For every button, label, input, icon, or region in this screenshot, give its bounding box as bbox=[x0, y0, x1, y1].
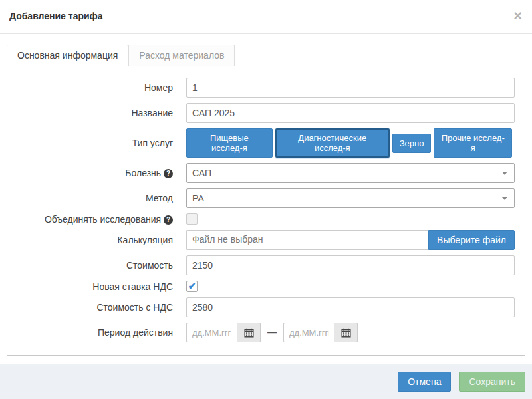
service-type-label: Тип услуг bbox=[17, 138, 186, 148]
tab-bar: Основная информация Расход материалов bbox=[7, 45, 525, 66]
cost-with-vat-label: Стоимость с НДС bbox=[17, 302, 186, 313]
tab-materials-label: Расход материалов bbox=[139, 50, 224, 61]
row-merge-studies: Объединять исследования ? bbox=[17, 213, 515, 225]
check-icon: ✔ bbox=[188, 281, 196, 291]
calculation-file-input: Файл не выбран Выберите файл bbox=[186, 230, 515, 250]
new-vat-checkbox[interactable]: ✔ bbox=[186, 281, 198, 292]
merge-studies-label-text: Объединять исследования bbox=[45, 214, 161, 225]
tab-main-info[interactable]: Основная информация bbox=[7, 45, 128, 66]
method-select[interactable]: РА bbox=[186, 188, 515, 208]
calendar-icon bbox=[341, 328, 351, 338]
modal-footer: Отмена Сохранить bbox=[0, 364, 532, 399]
cost-with-vat-input[interactable] bbox=[186, 297, 515, 317]
cost-input[interactable] bbox=[186, 255, 515, 275]
disease-label: Болезнь ? bbox=[17, 168, 186, 178]
row-calculation: Калькуляция Файл не выбран Выберите файл bbox=[17, 230, 515, 250]
tab-main-info-label: Основная информация bbox=[17, 50, 118, 61]
merge-studies-checkbox[interactable] bbox=[186, 213, 198, 225]
new-vat-label: Новая ставка НДС bbox=[17, 281, 186, 292]
calendar-icon bbox=[244, 328, 254, 338]
method-label: Метод bbox=[17, 193, 186, 203]
service-type-grain-button[interactable]: Зерно bbox=[392, 134, 432, 153]
service-type-other-button[interactable]: Прочие исслед-я bbox=[434, 128, 512, 158]
period-separator: — bbox=[267, 327, 277, 338]
row-cost: Стоимость bbox=[17, 255, 515, 275]
row-cost-with-vat: Стоимость с НДС bbox=[17, 297, 515, 317]
period-to-input[interactable] bbox=[283, 323, 334, 342]
row-service-type: Тип услуг Пищевые исслед-я Диагностическ… bbox=[17, 128, 515, 158]
row-number: Номер bbox=[17, 78, 515, 98]
chevron-down-icon bbox=[502, 197, 507, 200]
tab-materials[interactable]: Расход материалов bbox=[128, 45, 235, 66]
save-button[interactable]: Сохранить bbox=[459, 372, 525, 392]
chevron-down-icon bbox=[502, 172, 507, 175]
row-period: Период действия bbox=[17, 323, 515, 342]
method-select-value: РА bbox=[192, 193, 204, 203]
period-from-input[interactable] bbox=[186, 323, 237, 342]
row-method: Метод РА bbox=[17, 188, 515, 208]
name-label: Название bbox=[17, 108, 186, 118]
service-type-diagnostic-button[interactable]: Диагностические исслед-я bbox=[275, 128, 390, 158]
cancel-button[interactable]: Отмена bbox=[398, 372, 451, 392]
modal-body: Основная информация Расход материалов Но… bbox=[0, 34, 532, 356]
page-title: Добавление тарифа bbox=[9, 11, 103, 21]
disease-label-text: Болезнь bbox=[125, 168, 161, 178]
row-disease: Болезнь ? САП bbox=[17, 163, 515, 183]
help-icon[interactable]: ? bbox=[164, 169, 173, 178]
row-name: Название bbox=[17, 103, 515, 123]
close-icon[interactable]: × bbox=[513, 11, 522, 21]
modal-header: × Добавление тарифа bbox=[0, 0, 532, 34]
cost-label: Стоимость bbox=[17, 260, 186, 271]
file-status-text: Файл не выбран bbox=[186, 230, 428, 250]
period-from-calendar-button[interactable] bbox=[237, 323, 261, 342]
row-new-vat: Новая ставка НДС ✔ bbox=[17, 281, 515, 292]
period-from-group bbox=[186, 323, 261, 342]
period-label: Период действия bbox=[17, 327, 186, 338]
add-tariff-modal: × Добавление тарифа Основная информация … bbox=[0, 0, 532, 356]
number-input[interactable] bbox=[186, 78, 515, 98]
disease-select-value: САП bbox=[192, 168, 211, 178]
number-label: Номер bbox=[17, 82, 186, 93]
name-input[interactable] bbox=[186, 103, 515, 123]
help-icon[interactable]: ? bbox=[164, 215, 173, 225]
calculation-label: Калькуляция bbox=[17, 235, 186, 245]
period-to-calendar-button[interactable] bbox=[334, 323, 358, 342]
merge-studies-label: Объединять исследования ? bbox=[17, 214, 186, 225]
service-type-food-button[interactable]: Пищевые исслед-я bbox=[186, 128, 273, 158]
choose-file-button[interactable]: Выберите файл bbox=[428, 230, 515, 250]
period-to-group bbox=[283, 323, 358, 342]
disease-select[interactable]: САП bbox=[186, 163, 515, 183]
tab-panel-main-info: Номер Название Тип услуг Пищевые исслед-… bbox=[7, 66, 525, 356]
